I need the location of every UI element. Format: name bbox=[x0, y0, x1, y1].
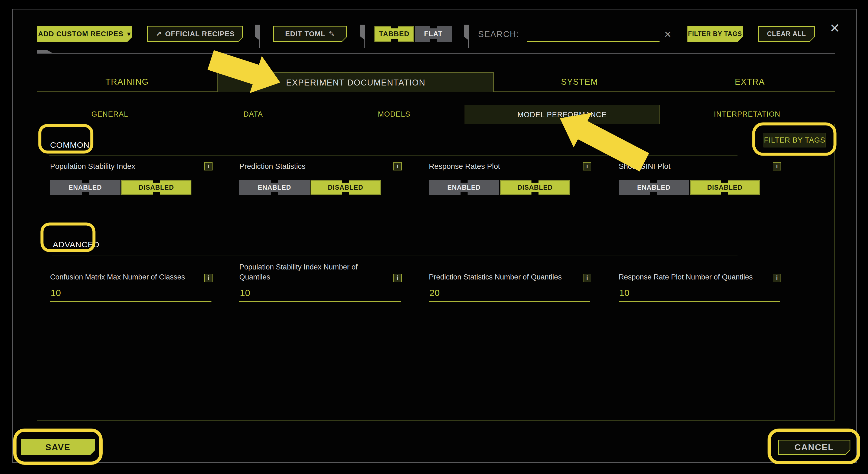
subtab-data-label: DATA bbox=[243, 110, 263, 118]
setting-label: Response Rates Plot bbox=[429, 162, 500, 171]
tab-extra[interactable]: EXTRA bbox=[665, 72, 835, 92]
setting-label: Prediction Statistics bbox=[239, 162, 305, 171]
response-rate-plot-quantiles-input[interactable] bbox=[619, 286, 780, 302]
field-label: Prediction Statistics Number of Quantile… bbox=[429, 272, 581, 282]
subtab-model-performance[interactable]: MODEL PERFORMANCE bbox=[465, 105, 659, 124]
search-clear-icon[interactable]: ✕ bbox=[664, 29, 672, 40]
info-icon[interactable]: i bbox=[773, 274, 781, 282]
toggle-enabled-label: ENABLED bbox=[258, 184, 291, 191]
info-icon[interactable]: i bbox=[583, 162, 591, 170]
panel-filter-by-tags-button[interactable]: FILTER BY TAGS bbox=[764, 133, 826, 147]
toggle-enabled-label: ENABLED bbox=[68, 184, 102, 191]
search-label: SEARCH: bbox=[478, 30, 519, 39]
subtab-model-performance-label: MODEL PERFORMANCE bbox=[517, 111, 607, 119]
tab-training[interactable]: TRAINING bbox=[37, 72, 217, 92]
subtab-models-label: MODELS bbox=[378, 110, 410, 118]
toggle-disabled-label: DISABLED bbox=[328, 184, 363, 191]
info-icon[interactable]: i bbox=[583, 274, 591, 282]
tab-experiment-documentation-label: EXPERIMENT DOCUMENTATION bbox=[286, 78, 426, 88]
official-recipes-label: OFFICIAL RECIPES bbox=[165, 30, 235, 38]
prediction-statistics-quantiles-input[interactable] bbox=[429, 286, 590, 302]
section-title-advanced: ADVANCED bbox=[53, 240, 99, 249]
expert-settings-dialog: ADD CUSTOM RECIPES▾ ↗OFFICIAL RECIPES ED… bbox=[12, 9, 857, 463]
search-input[interactable] bbox=[527, 28, 659, 42]
section-title-common: COMMON bbox=[50, 140, 90, 149]
field-label: Response Rate Plot Number of Quantiles bbox=[619, 272, 771, 282]
subtab-models[interactable]: MODELS bbox=[323, 105, 465, 124]
filter-by-tags-label: FILTER BY TAGS bbox=[688, 30, 742, 38]
field-confusion-matrix-max-classes: Confusion Matrix Max Number of Classes i bbox=[50, 260, 213, 302]
info-icon[interactable]: i bbox=[393, 274, 402, 282]
toggle-enabled-option[interactable]: ENABLED bbox=[429, 180, 499, 195]
toggle-disabled-label: DISABLED bbox=[138, 184, 174, 191]
field-label: Confusion Matrix Max Number of Classes bbox=[50, 272, 202, 282]
cancel-button[interactable]: CANCEL bbox=[778, 440, 850, 455]
setting-population-stability-index: Population Stability Index i ENABLED DIS… bbox=[50, 162, 213, 195]
subtab-interpretation[interactable]: INTERPRETATION bbox=[659, 105, 835, 124]
add-custom-recipes-label: ADD CUSTOM RECIPES bbox=[38, 30, 123, 38]
external-link-icon: ↗ bbox=[156, 30, 162, 38]
clear-all-label: CLEAR ALL bbox=[767, 30, 806, 38]
toggle-show-gini-plot: ENABLED DISABLED bbox=[619, 180, 760, 195]
toolbar-divider bbox=[37, 53, 835, 54]
field-prediction-statistics-quantiles: Prediction Statistics Number of Quantile… bbox=[429, 260, 591, 302]
setting-show-gini-plot: Show GINI Plot i ENABLED DISABLED bbox=[619, 162, 781, 195]
toggle-response-rates-plot: ENABLED DISABLED bbox=[429, 180, 570, 195]
toggle-disabled-option[interactable]: DISABLED bbox=[690, 180, 760, 195]
view-tabbed-option[interactable]: TABBED bbox=[374, 26, 414, 42]
toolbar-separator bbox=[360, 25, 367, 48]
toolbar-separator bbox=[255, 25, 261, 48]
save-button[interactable]: SAVE bbox=[21, 439, 95, 455]
main-tab-bar: TRAINING EXPERIMENT DOCUMENTATION SYSTEM… bbox=[37, 72, 835, 92]
info-icon[interactable]: i bbox=[773, 162, 781, 170]
toolbar-divider-accent bbox=[37, 50, 52, 53]
subtab-general-label: GENERAL bbox=[91, 110, 128, 118]
info-icon[interactable]: i bbox=[204, 274, 213, 282]
official-recipes-button[interactable]: ↗OFFICIAL RECIPES bbox=[147, 26, 243, 42]
tab-system[interactable]: SYSTEM bbox=[494, 72, 665, 92]
model-performance-panel: COMMON FILTER BY TAGS Population Stabili… bbox=[37, 124, 835, 421]
setting-prediction-statistics: Prediction Statistics i ENABLED DISABLED bbox=[239, 162, 402, 195]
toggle-enabled-option[interactable]: ENABLED bbox=[619, 180, 689, 195]
confusion-matrix-max-classes-input[interactable] bbox=[50, 286, 212, 302]
info-icon[interactable]: i bbox=[393, 162, 402, 170]
view-flat-option[interactable]: FLAT bbox=[415, 26, 452, 42]
setting-response-rates-plot: Response Rates Plot i ENABLED DISABLED bbox=[429, 162, 591, 195]
pencil-icon: ✎ bbox=[329, 30, 335, 38]
subtab-data[interactable]: DATA bbox=[183, 105, 323, 124]
section-divider-advanced bbox=[52, 255, 738, 256]
close-icon[interactable]: ✕ bbox=[830, 22, 840, 34]
sub-tab-bar: GENERAL DATA MODELS MODEL PERFORMANCE IN… bbox=[37, 105, 835, 124]
view-tabbed-label: TABBED bbox=[379, 30, 409, 38]
clear-all-button[interactable]: CLEAR ALL bbox=[758, 26, 815, 42]
toggle-disabled-label: DISABLED bbox=[517, 184, 553, 191]
toggle-disabled-option[interactable]: DISABLED bbox=[121, 180, 192, 195]
field-psi-number-of-quantiles: Population Stability Index Number of Qua… bbox=[239, 260, 402, 302]
toggle-disabled-option[interactable]: DISABLED bbox=[311, 180, 381, 195]
toggle-enabled-option[interactable]: ENABLED bbox=[239, 180, 310, 195]
view-mode-toggle: TABBED FLAT bbox=[374, 26, 452, 42]
field-response-rate-plot-quantiles: Response Rate Plot Number of Quantiles i bbox=[619, 260, 781, 302]
toggle-enabled-label: ENABLED bbox=[447, 184, 480, 191]
screen: { "dialog": { "close_icon": "✕" }, "tool… bbox=[0, 0, 868, 474]
toggle-enabled-label: ENABLED bbox=[637, 184, 670, 191]
tab-training-label: TRAINING bbox=[105, 77, 149, 87]
toggle-enabled-option[interactable]: ENABLED bbox=[50, 180, 121, 195]
setting-label: Population Stability Index bbox=[50, 162, 135, 171]
cancel-label: CANCEL bbox=[794, 442, 834, 452]
dropdown-icon: ▾ bbox=[127, 30, 131, 38]
subtab-general[interactable]: GENERAL bbox=[37, 105, 183, 124]
info-icon[interactable]: i bbox=[204, 162, 213, 170]
toggle-prediction-statistics: ENABLED DISABLED bbox=[239, 180, 381, 195]
tab-system-label: SYSTEM bbox=[561, 77, 598, 87]
tab-experiment-documentation[interactable]: EXPERIMENT DOCUMENTATION bbox=[217, 72, 494, 92]
toggle-population-stability-index: ENABLED DISABLED bbox=[50, 180, 191, 195]
toggle-disabled-label: DISABLED bbox=[707, 184, 743, 191]
psi-number-of-quantiles-input[interactable] bbox=[239, 286, 401, 302]
toggle-disabled-option[interactable]: DISABLED bbox=[500, 180, 570, 195]
edit-toml-button[interactable]: EDIT TOML✎ bbox=[273, 26, 347, 42]
save-label: SAVE bbox=[45, 442, 71, 452]
filter-by-tags-button[interactable]: FILTER BY TAGS bbox=[687, 26, 743, 42]
subtab-interpretation-label: INTERPRETATION bbox=[714, 110, 780, 118]
add-custom-recipes-button[interactable]: ADD CUSTOM RECIPES▾ bbox=[37, 26, 132, 42]
